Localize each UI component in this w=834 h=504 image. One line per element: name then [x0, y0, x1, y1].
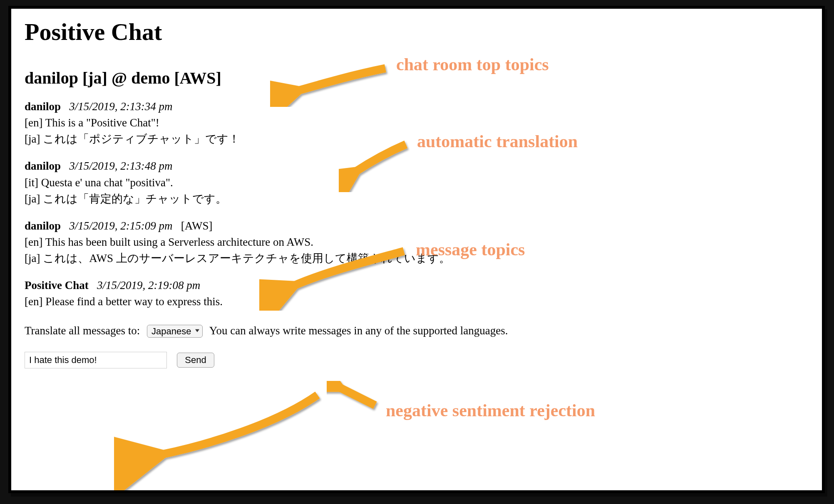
message-timestamp: 3/15/2019, 2:13:34 pm: [69, 100, 172, 113]
annotation-neg-reject: negative sentiment rejection: [386, 400, 595, 420]
compose-row: Send: [25, 352, 809, 368]
message-line: [ja] これは「ポジティブチャット」です！: [25, 131, 809, 147]
arrow-icon: [338, 387, 375, 405]
message-timestamp: 3/15/2019, 2:15:09 pm: [69, 220, 172, 232]
chat-message: danilop 3/15/2019, 2:13:48 pm [it] Quest…: [25, 158, 809, 207]
message-header: danilop 3/15/2019, 2:13:34 pm: [25, 99, 809, 115]
message-line: [en] This is a "Positive Chat"!: [25, 115, 809, 131]
message-topic: [AWS]: [181, 220, 213, 232]
send-button[interactable]: Send: [177, 353, 214, 368]
message-line: [en] Please find a better way to express…: [25, 294, 809, 310]
message-input[interactable]: [25, 352, 167, 368]
message-line: [it] Questa e' una chat "positiva".: [25, 175, 809, 191]
language-select[interactable]: Japanese: [147, 325, 203, 338]
message-user: danilop: [25, 160, 61, 172]
annotation-auto-translate: automatic translation: [417, 131, 578, 151]
message-header: danilop 3/15/2019, 2:15:09 pm [AWS]: [25, 218, 809, 234]
language-select-wrap[interactable]: Japanese: [147, 324, 203, 338]
message-header: Positive Chat 3/15/2019, 2:19:08 pm: [25, 277, 809, 294]
translate-note: You can always write messages in any of …: [209, 324, 508, 337]
message-user: danilop: [25, 100, 61, 113]
arrow-icon: [161, 395, 317, 455]
message-timestamp: 3/15/2019, 2:13:48 pm: [69, 160, 172, 172]
chat-message: danilop 3/15/2019, 2:13:34 pm [en] This …: [25, 99, 809, 147]
chat-message: Positive Chat 3/15/2019, 2:19:08 pm [en]…: [25, 277, 809, 310]
document-page: Positive Chat danilop [ja] @ demo [AWS] …: [8, 6, 825, 493]
message-header: danilop 3/15/2019, 2:13:48 pm: [25, 158, 809, 174]
page-title: Positive Chat: [25, 18, 809, 46]
message-timestamp: 3/15/2019, 2:19:08 pm: [97, 279, 200, 292]
translate-label: Translate all messages to:: [25, 324, 140, 337]
annotation-top-topics: chat room top topics: [396, 54, 549, 74]
annotation-message-topics: message topics: [416, 240, 525, 259]
message-user: danilop: [25, 220, 61, 232]
translate-controls: Translate all messages to: Japanese You …: [25, 324, 809, 338]
message-line: [ja] これは「肯定的な」チャットです。: [25, 191, 809, 207]
message-user: Positive Chat: [25, 279, 89, 292]
